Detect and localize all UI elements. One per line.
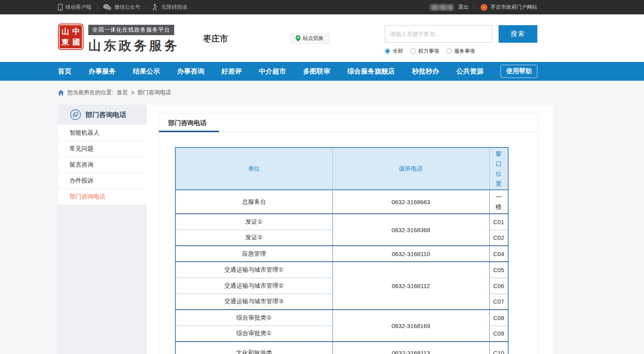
table-row: 文化和旅游类 0632-3168113 C10 (175, 342, 508, 354)
site-logo[interactable]: 山 中 東 國 全国一体化在线政务服务平台 山东政务服务 (58, 24, 179, 55)
mobile-client-link[interactable]: 移动客户端 (58, 4, 91, 11)
nav-item-rating[interactable]: 好差评 (221, 67, 242, 76)
phone-cell: 0632-3168110 (332, 246, 489, 262)
nav-item-agency-market[interactable]: 中介超市 (259, 67, 286, 76)
sidebar-item-message-consult[interactable]: 留言咨询 (58, 157, 147, 173)
wechat-icon (103, 4, 111, 10)
content-box: 部门咨询电话 单位 值班电话 窗口位置 总服务台 (159, 113, 538, 354)
shandong-seal-icon: 山 中 東 國 (58, 24, 83, 50)
site-switch-button[interactable]: 站点切换 (290, 33, 329, 44)
sidebar-item-department-phones[interactable]: 部门咨询电话 (58, 189, 147, 205)
page-body: 您当前所在的位置: 首页 > 部门咨询电话 部门咨询电话 智能机器人 常见问题 (0, 81, 644, 354)
national-emblem-icon (480, 4, 488, 11)
tab-active-underline (159, 131, 219, 132)
mobile-phone-icon (58, 4, 63, 11)
sidebar-item-label: 常见问题 (70, 145, 93, 153)
table-row: 综合审批类② 0632-3168169 C08 (175, 310, 508, 326)
nav-item-home[interactable]: 首页 (58, 67, 72, 76)
logout-label: 退出 (458, 4, 469, 11)
phone-cell: 0632-3168113 (332, 342, 489, 354)
search-input[interactable] (385, 25, 492, 43)
topbar: 移动客户端 | 微信公众号 | 无障碍阅读 退出 | (0, 0, 644, 14)
nav-item-instant-approval[interactable]: 秒批秒办 (412, 67, 439, 76)
nav-item-multi-review[interactable]: 多图联审 (303, 67, 330, 76)
nav-item-consultation[interactable]: 办事咨询 (177, 67, 204, 76)
unit-cell: 应急管理 (175, 246, 332, 262)
table-row: 应急管理 0632-3168110 C04 (175, 246, 508, 262)
breadcrumb-current: 部门咨询电话 (137, 89, 171, 96)
sidebar-item-smart-robot[interactable]: 智能机器人 (58, 125, 147, 141)
tab-bar: 部门咨询电话 (159, 113, 538, 132)
nav-item-results[interactable]: 结果公示 (133, 67, 160, 76)
header-phone: 值班电话 (332, 147, 489, 190)
sidebar-item-label: 部门咨询电话 (70, 193, 105, 201)
nav-item-flagship-store[interactable]: 综合服务旗舰店 (348, 67, 395, 76)
table-row: 交通运输与城市管理① 0632-3168112 C05 (175, 262, 508, 278)
unit-cell: 交通运输与城市管理② (175, 278, 332, 294)
phone-directory-icon (70, 109, 81, 120)
filter-label: 权力事项 (418, 48, 439, 55)
unit-cell: 综合审批类② (175, 310, 332, 326)
sidebar-item-complaint[interactable]: 办件投诉 (58, 173, 147, 189)
nav-item-services[interactable]: 办事服务 (89, 67, 116, 76)
seal-char: 山 (62, 28, 69, 35)
sidebar-item-label: 智能机器人 (70, 129, 99, 137)
window-cell: C02 (489, 230, 508, 246)
city-name: 枣庄市 (203, 33, 228, 44)
accessibility-link[interactable]: 无障碍阅读 (152, 4, 187, 11)
radio-icon (385, 48, 390, 54)
window-cell: C01 (489, 214, 508, 230)
search-area: 搜索 全部 权力事项 服务事项 (385, 25, 537, 55)
unit-cell: 发证① (175, 214, 332, 230)
gov-portal-link[interactable]: 枣庄市政府门户网站 (480, 4, 537, 11)
phone-cell: 0632-3168663 (332, 190, 489, 214)
unit-cell: 交通运输与城市管理① (175, 262, 332, 278)
gov-portal-label: 枣庄市政府门户网站 (491, 4, 537, 11)
filter-radio-all[interactable]: 全部 (385, 48, 403, 55)
main-nav: 首页 办事服务 结果公示 办事咨询 好差评 中介超市 多图联审 综合服务旗舰店 … (0, 62, 644, 81)
sidebar-menu: 智能机器人 常见问题 留言咨询 办件投诉 部门咨询电话 (58, 125, 147, 205)
seal-char: 中 (72, 28, 80, 35)
seal-char: 國 (72, 38, 80, 46)
site-name: 山东政务服务 (88, 37, 179, 55)
search-button[interactable]: 搜索 (499, 25, 537, 43)
phone-cell: 0632-3168169 (332, 310, 489, 342)
location-pin-icon (296, 35, 300, 42)
sidebar-header: 部门咨询电话 (58, 105, 147, 125)
logout-link[interactable]: 退出 (458, 4, 469, 11)
window-cell: C04 (489, 246, 508, 262)
topbar-separator: | (97, 4, 98, 10)
home-icon (58, 90, 64, 95)
tab-department-phones[interactable]: 部门咨询电话 (168, 113, 207, 132)
sidebar-item-label: 办件投诉 (70, 177, 93, 185)
unit-cell: 综合审批类① (175, 326, 332, 342)
window-cell: C09 (489, 326, 508, 342)
header-unit: 单位 (175, 147, 332, 190)
window-cell: C05 (489, 262, 508, 278)
filter-radio-service-items[interactable]: 服务事项 (446, 48, 475, 55)
filter-radio-power-items[interactable]: 权力事项 (410, 48, 439, 55)
nav-item-public-resources[interactable]: 公共资源 (456, 67, 483, 76)
phone-table: 单位 值班电话 窗口位置 总服务台 0632-3168663 一楼 发证① (175, 147, 509, 354)
topbar-right: 退出 | 枣庄市政府门户网站 (430, 4, 537, 11)
mobile-client-label: 移动客户端 (66, 4, 91, 11)
platform-badge: 全国一体化在线政务服务平台 (88, 25, 174, 35)
unit-cell: 文化和旅游类 (175, 342, 332, 354)
unit-cell: 总服务台 (175, 190, 332, 214)
site-switch-label: 站点切换 (303, 35, 324, 42)
content-container: 部门咨询电话 智能机器人 常见问题 留言咨询 办件投诉 部门咨询电话 (58, 105, 553, 354)
table-row: 发证① 0632-3168368 C01 (175, 214, 508, 230)
sidebar-title: 部门咨询电话 (85, 110, 126, 119)
sidebar-item-faq[interactable]: 常见问题 (58, 141, 147, 157)
table-row: 总服务台 0632-3168663 一楼 (175, 190, 508, 214)
filter-label: 全部 (393, 48, 403, 55)
wechat-link[interactable]: 微信公众号 (103, 4, 140, 11)
radio-icon (446, 48, 452, 54)
site-header: 山 中 東 國 全国一体化在线政务服务平台 山东政务服务 枣庄市 站点切换 搜索 (0, 14, 644, 62)
header-window: 窗口位置 (489, 147, 508, 190)
seal-char: 東 (62, 38, 69, 46)
breadcrumb-home-link[interactable]: 首页 (117, 89, 128, 96)
breadcrumb-separator: > (131, 89, 134, 96)
wechat-label: 微信公众号 (114, 4, 140, 11)
nav-help-button[interactable]: 使用帮助 (501, 65, 537, 78)
